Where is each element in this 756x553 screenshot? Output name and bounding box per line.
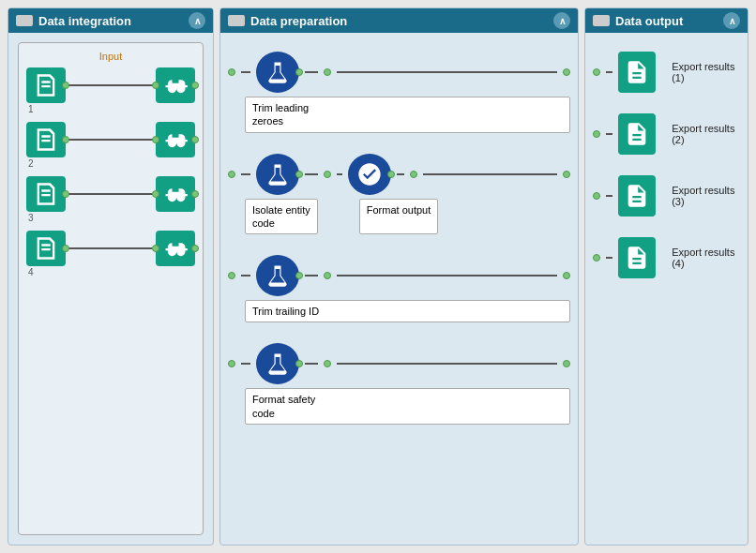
panel-icon-output bbox=[593, 15, 610, 26]
binoculars-connector-right-4 bbox=[191, 245, 199, 252]
prep-input-dot-1 bbox=[228, 68, 235, 76]
panel-icon-integration bbox=[16, 15, 33, 26]
output-line-4 bbox=[606, 257, 612, 259]
integration-row-3: 3 bbox=[26, 176, 195, 212]
prep-exit-dot-1 bbox=[563, 68, 570, 76]
prep-line-4 bbox=[241, 363, 250, 365]
prep-input-dot-3 bbox=[228, 272, 235, 279]
export-label-3: Export results (3) bbox=[672, 185, 740, 207]
row-number-4: 4 bbox=[28, 267, 34, 277]
prep-line-after-4 bbox=[305, 363, 318, 365]
input-group-box: Input bbox=[18, 42, 204, 535]
export-node-4[interactable] bbox=[618, 237, 656, 278]
binoculars-node-2[interactable] bbox=[156, 122, 195, 157]
output-content: Export results (1) Export results (2) bbox=[585, 33, 748, 545]
prep-line-to-output-4 bbox=[337, 363, 557, 365]
flask-node-3[interactable] bbox=[256, 255, 299, 296]
flask-node-4[interactable] bbox=[256, 343, 299, 384]
prep-output-dot-4 bbox=[324, 360, 331, 367]
integration-header: Data integration ∧ bbox=[8, 8, 213, 33]
binoculars-connector-left-3 bbox=[152, 190, 159, 198]
output-input-dot-4 bbox=[593, 254, 600, 262]
binoculars-node-1[interactable] bbox=[156, 67, 195, 103]
prep-line-2c bbox=[337, 173, 342, 175]
output-row-3: Export results (3) bbox=[593, 175, 740, 217]
preparation-content: Trim leading zeroes bbox=[220, 33, 578, 545]
book-node-1[interactable] bbox=[26, 67, 66, 103]
prep-output-dot-1 bbox=[324, 68, 331, 76]
output-line-1 bbox=[606, 71, 612, 73]
output-input-dot-2 bbox=[593, 130, 600, 138]
integration-collapse-btn[interactable]: ∧ bbox=[189, 12, 205, 29]
preparation-title: Data preparation bbox=[250, 14, 347, 28]
prep-mid-dot-2 bbox=[324, 171, 331, 178]
book-node-2[interactable] bbox=[26, 122, 66, 157]
integration-content: Input bbox=[8, 33, 213, 545]
binoculars-connector-right-3 bbox=[191, 190, 199, 198]
check-node-2[interactable] bbox=[348, 154, 391, 195]
prep-exit-dot-3 bbox=[563, 272, 570, 279]
export-node-3[interactable] bbox=[618, 175, 656, 217]
prep-exit-dot-4 bbox=[563, 360, 570, 367]
binoculars-connector-right-1 bbox=[191, 82, 199, 89]
flask-node-1[interactable] bbox=[256, 52, 299, 93]
output-header: Data output ∧ bbox=[585, 8, 748, 33]
prep-row-1 bbox=[228, 52, 570, 93]
prep-input-dot-2 bbox=[228, 171, 235, 178]
output-input-dot-1 bbox=[593, 68, 600, 76]
preparation-panel: Data preparation ∧ bbox=[219, 7, 579, 546]
book-node-3[interactable] bbox=[26, 176, 66, 212]
output-row-1: Export results (1) bbox=[593, 52, 740, 93]
output-collapse-btn[interactable]: ∧ bbox=[723, 12, 740, 29]
row-number-1: 1 bbox=[28, 104, 34, 114]
prep-line-to-output-2 bbox=[423, 173, 557, 175]
prep-label-4-wrap: Format safety code bbox=[245, 388, 570, 425]
export-node-2[interactable] bbox=[618, 113, 656, 155]
prep-check-out-dot-2 bbox=[410, 171, 417, 178]
integration-title: Data integration bbox=[38, 14, 131, 28]
prep-row-2 bbox=[228, 154, 570, 195]
binoculars-connector-left-1 bbox=[152, 82, 159, 89]
binoculars-node-4[interactable] bbox=[156, 231, 195, 266]
connector-line-4 bbox=[68, 247, 154, 249]
flask-right-dot-1 bbox=[295, 68, 303, 76]
output-row-4: Export results (4) bbox=[593, 237, 740, 278]
binoculars-connector-left-2 bbox=[152, 136, 159, 143]
flask-node-2[interactable] bbox=[256, 154, 299, 195]
prep-label-format-output: Format output bbox=[359, 199, 438, 235]
export-label-2: Export results (2) bbox=[672, 123, 740, 145]
prep-label-1-wrap: Trim leading zeroes bbox=[245, 97, 570, 133]
prep-label-3-wrap: Trim trailing ID bbox=[245, 300, 570, 322]
prep-line-after-3 bbox=[305, 275, 318, 276]
prep-line-2b bbox=[305, 173, 318, 175]
prep-label-4: Format safety code bbox=[245, 388, 570, 425]
preparation-collapse-btn[interactable]: ∧ bbox=[553, 12, 570, 29]
prep-line-after-1 bbox=[305, 71, 318, 73]
connector-line-1 bbox=[68, 84, 154, 86]
prep-line-1 bbox=[241, 71, 250, 73]
flask-right-dot-4 bbox=[295, 360, 303, 367]
integration-row-1: 1 bbox=[26, 67, 195, 103]
prep-line-to-output-1 bbox=[337, 71, 557, 73]
binoculars-node-3[interactable] bbox=[156, 176, 195, 212]
prep-output-dot-3 bbox=[324, 272, 331, 279]
integration-panel: Data integration ∧ Input bbox=[8, 7, 214, 546]
prep-label-3: Trim trailing ID bbox=[245, 300, 570, 322]
prep-exit-dot-2 bbox=[563, 171, 570, 178]
output-line-2 bbox=[606, 133, 612, 135]
flask-right-dot-3 bbox=[295, 272, 303, 279]
output-line-3 bbox=[606, 195, 612, 197]
prep-row-3 bbox=[228, 255, 570, 296]
export-node-1[interactable] bbox=[618, 52, 656, 93]
connector-line-2 bbox=[68, 139, 154, 141]
prep-labels-2-wrap: Isolate entity code Format output bbox=[245, 199, 570, 235]
book-connector-right-1 bbox=[62, 82, 69, 89]
integration-row-4: 4 bbox=[26, 231, 195, 266]
binoculars-connector-right-2 bbox=[191, 136, 199, 143]
export-label-1: Export results (1) bbox=[672, 61, 740, 83]
check-right-dot-2 bbox=[387, 171, 395, 178]
preparation-header: Data preparation ∧ bbox=[220, 8, 578, 33]
book-node-4[interactable] bbox=[26, 231, 66, 266]
input-label: Input bbox=[26, 51, 195, 62]
integration-row-2: 2 bbox=[26, 122, 195, 157]
